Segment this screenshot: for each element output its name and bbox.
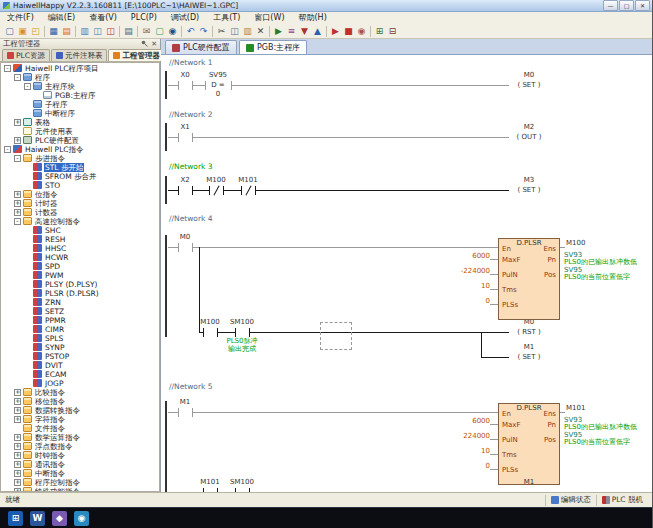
tree-item-计数器[interactable]: +计数器 (1, 208, 159, 217)
contact-X2[interactable] (177, 183, 193, 197)
toolbar-print-icon[interactable]: ▤ (122, 25, 135, 38)
coil-M0[interactable]: ( RST ) (509, 329, 549, 337)
tree-item-Haiwell PLC程序项目[interactable]: -Haiwell PLC程序项目 (1, 64, 159, 73)
tree-item-STL 步开始[interactable]: STL 步开始 (1, 163, 159, 172)
close-button[interactable]: ✕ (635, 0, 650, 11)
contact-M100[interactable] (208, 183, 224, 197)
toolbar-monitor-icon[interactable]: ◉ (355, 25, 368, 38)
toolbar-hardware-icon[interactable]: ◫ (104, 25, 117, 38)
tree-item-PLSY (D.PLSY)[interactable]: PLSY (D.PLSY) (1, 280, 159, 289)
toolbar-open-project-icon[interactable]: ◰ (29, 25, 42, 38)
menu-item-4[interactable]: 调试(D) (164, 12, 206, 24)
expand-icon[interactable]: + (14, 461, 21, 468)
tree-item-JOGP[interactable]: JOGP (1, 379, 159, 388)
menu-item-6[interactable]: 窗口(W) (247, 12, 291, 24)
tree-item-子程序[interactable]: 子程序 (1, 100, 159, 109)
tree-item-移位指令[interactable]: +移位指令 (1, 397, 159, 406)
expand-icon[interactable]: + (14, 119, 21, 126)
tree-item-Haiwell PLC指令[interactable]: -Haiwell PLC指令 (1, 145, 159, 154)
tree-item-通讯指令[interactable]: +通讯指令 (1, 460, 159, 469)
coil-M3[interactable]: ( SET ) (509, 187, 549, 195)
collapse-icon[interactable]: - (4, 65, 11, 72)
tree-item-ECAM[interactable]: ECAM (1, 370, 159, 379)
toolbar-save-icon[interactable]: ▦ (47, 25, 60, 38)
tree-item-PPMR[interactable]: PPMR (1, 316, 159, 325)
tree-item-字符指令[interactable]: +字符指令 (1, 415, 159, 424)
tree-item-元件使用表[interactable]: 元件使用表 (1, 127, 159, 136)
tree-item-PWM[interactable]: PWM (1, 271, 159, 280)
menu-item-2[interactable]: 查看(V) (82, 12, 124, 24)
toolbar-cut-icon[interactable]: ✂ (215, 25, 228, 38)
toolbar-compile-icon[interactable]: ▶ (272, 25, 285, 38)
tree-item-SFROM 步合并[interactable]: SFROM 步合并 (1, 172, 159, 181)
menu-item-3[interactable]: PLC(P) (124, 12, 164, 24)
toolbar-page-setup-icon[interactable]: ▥ (78, 25, 91, 38)
panel-close-icon[interactable]: ✕ (151, 40, 157, 48)
expand-icon[interactable]: + (14, 200, 21, 207)
editor-tab-1[interactable]: PGB:主程序 (239, 40, 307, 54)
toolbar-copy-icon[interactable]: ◫ (228, 25, 241, 38)
maximize-button[interactable]: ▢ (619, 0, 634, 11)
tree-item-浮点数指令[interactable]: +浮点数指令 (1, 442, 159, 451)
toolbar-network-del-icon[interactable]: ⊟ (386, 25, 399, 38)
toolbar-new-icon[interactable]: ▢ (3, 25, 16, 38)
coil-M1[interactable]: ( SET ) (509, 354, 549, 362)
tree-item-文件指令[interactable]: 文件指令 (1, 424, 159, 433)
expand-icon[interactable]: + (14, 191, 21, 198)
network-comment-3[interactable]: //Network 3 (169, 163, 369, 171)
expand-icon[interactable]: + (14, 416, 21, 423)
tree-item-SETZ[interactable]: SETZ (1, 307, 159, 316)
expand-icon[interactable]: + (14, 443, 21, 450)
expand-icon[interactable]: + (14, 407, 21, 414)
tree-item-中断指令[interactable]: +中断指令 (1, 469, 159, 478)
contact-M100[interactable] (202, 325, 218, 339)
tree-item-表格[interactable]: +表格 (1, 118, 159, 127)
tree-item-CIMR[interactable]: CIMR (1, 325, 159, 334)
network-comment-1[interactable]: //Network 1 (169, 59, 369, 67)
toolbar-network-add-icon[interactable]: ⊞ (373, 25, 386, 38)
toolbar-open-icon[interactable]: ▣ (16, 25, 29, 38)
expand-icon[interactable]: + (14, 209, 21, 216)
toolbar-paste-icon[interactable]: ▥ (241, 25, 254, 38)
toolbar-stop-icon[interactable]: ■ (342, 25, 355, 38)
collapse-icon[interactable]: - (14, 155, 21, 162)
tree-item-中断程序[interactable]: 中断程序 (1, 109, 159, 118)
sidebar-tab-0[interactable]: PLC资源 (2, 49, 50, 61)
expand-icon[interactable]: + (14, 137, 21, 144)
collapse-icon[interactable]: - (14, 218, 21, 225)
contact-M101[interactable] (240, 183, 256, 197)
network-comment-2[interactable]: //Network 2 (169, 111, 369, 119)
collapse-icon[interactable]: - (4, 146, 11, 153)
contact-X1[interactable] (177, 130, 193, 144)
toolbar-mail-icon[interactable]: ✉ (140, 25, 153, 38)
expand-icon[interactable]: + (14, 389, 21, 396)
toolbar-download-icon[interactable]: ▼ (298, 25, 311, 38)
toolbar-find-icon[interactable]: ◉ (166, 25, 179, 38)
menu-item-1[interactable]: 编辑(E) (41, 12, 82, 24)
tree-item-步进指令[interactable]: -步进指令 (1, 154, 159, 163)
coil-M0[interactable]: ( SET ) (509, 82, 549, 90)
tree-item-ZRN[interactable]: ZRN (1, 298, 159, 307)
menu-item-5[interactable]: 工具(T) (206, 12, 247, 24)
menu-item-7[interactable]: 帮助(H) (292, 12, 334, 24)
editor-tab-0[interactable]: PLC硬件配置 (165, 40, 237, 54)
expand-icon[interactable]: + (14, 452, 21, 459)
selection-cursor[interactable] (320, 322, 352, 350)
tree-item-时钟指令[interactable]: +时钟指令 (1, 451, 159, 460)
sidebar-tab-2[interactable]: 工程管理器 (108, 49, 165, 61)
tree-item-SPLS[interactable]: SPLS (1, 334, 159, 343)
tree-item-DVIT[interactable]: DVIT (1, 361, 159, 370)
toolbar-copy-doc-icon[interactable]: ◫ (91, 25, 104, 38)
tree-item-比较指令[interactable]: +比较指令 (1, 388, 159, 397)
tree-item-PSTOP[interactable]: PSTOP (1, 352, 159, 361)
expand-icon[interactable]: + (14, 470, 21, 477)
taskbar-word-icon[interactable]: W (30, 511, 45, 526)
menu-item-0[interactable]: 文件(F) (0, 12, 41, 24)
collapse-icon[interactable]: - (24, 83, 31, 90)
tree-item-RESH[interactable]: RESH (1, 235, 159, 244)
toolbar-compile-all-icon[interactable]: ≡ (285, 25, 298, 38)
tree-item-SYNP[interactable]: SYNP (1, 343, 159, 352)
network-comment-4[interactable]: //Network 4 (169, 215, 369, 223)
expand-icon[interactable]: + (14, 479, 21, 486)
tree-item-PGB:主程序[interactable]: PGB:主程序 (1, 91, 159, 100)
